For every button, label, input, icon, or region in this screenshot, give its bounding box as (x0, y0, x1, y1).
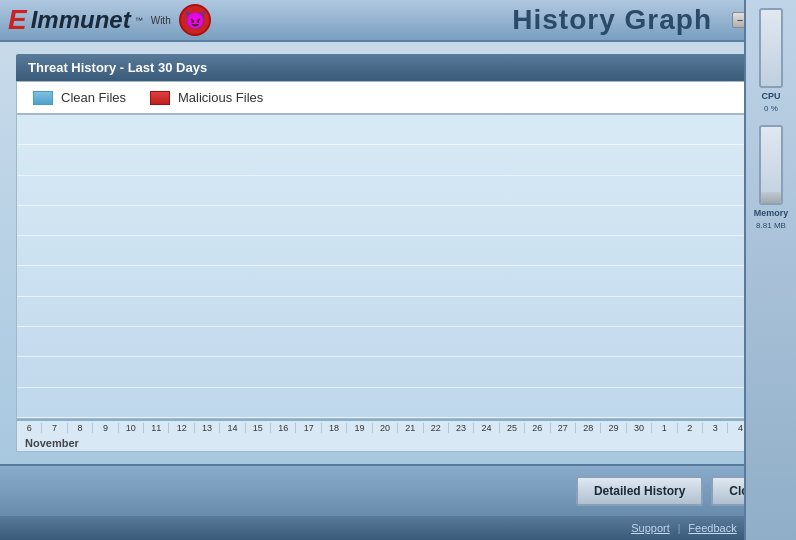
date-num: 18 (322, 423, 347, 433)
date-num: 7 (42, 423, 67, 433)
chart-row-4 (17, 206, 779, 236)
clean-icon (33, 91, 53, 105)
support-link[interactable]: Support (631, 522, 670, 534)
date-num: 16 (271, 423, 296, 433)
clean-legend-item: Clean Files (33, 90, 126, 105)
date-num: 22 (424, 423, 449, 433)
date-num: 10 (119, 423, 144, 433)
date-num: 25 (500, 423, 525, 433)
legend-bar: Clean Files Malicious Files (16, 81, 780, 114)
logo-with-text: With (151, 15, 171, 26)
cpu-meter: CPU 0 % (759, 42, 783, 113)
date-numbers: 6789101112131415161718192021222324252627… (17, 421, 779, 435)
bottom-bar: Detailed History Close (0, 464, 796, 516)
logo-area: E Immunet ™ With 😈 (8, 4, 211, 36)
date-num: 17 (296, 423, 321, 433)
malicious-label: Malicious Files (178, 90, 263, 105)
clamav-logo: 😈 (179, 4, 211, 36)
date-num: 6 (17, 423, 42, 433)
chart-grid (17, 115, 779, 418)
date-num: 20 (373, 423, 398, 433)
memory-meter-bar (759, 125, 783, 205)
date-num: 12 (169, 423, 194, 433)
month-label: November (17, 435, 779, 451)
malicious-legend-item: Malicious Files (150, 90, 263, 105)
logo-icon: E (8, 4, 27, 36)
cpu-meter-bar (759, 42, 783, 88)
chart-row-5 (17, 236, 779, 266)
date-num: 8 (68, 423, 93, 433)
chart-row-9 (17, 357, 779, 387)
main-content: Threat History - Last 30 Days Clean File… (0, 42, 796, 464)
date-num: 1 (652, 423, 677, 433)
date-num: 24 (474, 423, 499, 433)
date-num: 26 (525, 423, 550, 433)
date-num: 23 (449, 423, 474, 433)
logo-text: Immunet (31, 6, 131, 34)
date-num: 30 (627, 423, 652, 433)
date-axis: 6789101112131415161718192021222324252627… (16, 419, 780, 452)
date-num: 29 (601, 423, 626, 433)
right-panel: CPU 0 % Memory 8.81 MB (744, 42, 796, 464)
date-num: 19 (347, 423, 372, 433)
malicious-icon (150, 91, 170, 105)
memory-meter-fill (761, 192, 781, 203)
date-num: 2 (678, 423, 703, 433)
memory-value: 8.81 MB (756, 221, 786, 230)
footer: Support | Feedback | About (0, 516, 796, 540)
chart-row-7 (17, 297, 779, 327)
feedback-link[interactable]: Feedback (688, 522, 736, 534)
threat-history-header: Threat History - Last 30 Days (16, 54, 780, 81)
logo-tm: ™ (135, 16, 143, 25)
chart-row-8 (17, 327, 779, 357)
clamav-icon: 😈 (184, 9, 206, 31)
date-num: 14 (220, 423, 245, 433)
date-num: 11 (144, 423, 169, 433)
date-num: 21 (398, 423, 423, 433)
date-num: 28 (576, 423, 601, 433)
date-num: 9 (93, 423, 118, 433)
footer-sep-1: | (678, 523, 681, 534)
chart-row-2 (17, 145, 779, 175)
cpu-label: CPU (761, 91, 780, 101)
date-num: 15 (246, 423, 271, 433)
date-num: 3 (703, 423, 728, 433)
chart-row-10 (17, 388, 779, 418)
clean-label: Clean Files (61, 90, 126, 105)
date-num: 27 (551, 423, 576, 433)
chart-row-6 (17, 266, 779, 296)
page-title: History Graph (512, 4, 712, 36)
title-bar: E Immunet ™ With 😈 History Graph – □ ✕ (0, 0, 796, 42)
cpu-value: 0 % (764, 104, 778, 113)
memory-meter: Memory 8.81 MB (754, 125, 789, 230)
chart-area (16, 114, 780, 419)
memory-label: Memory (754, 208, 789, 218)
chart-row-1 (17, 115, 779, 145)
chart-row-3 (17, 176, 779, 206)
date-num: 13 (195, 423, 220, 433)
detailed-history-button[interactable]: Detailed History (576, 476, 703, 506)
